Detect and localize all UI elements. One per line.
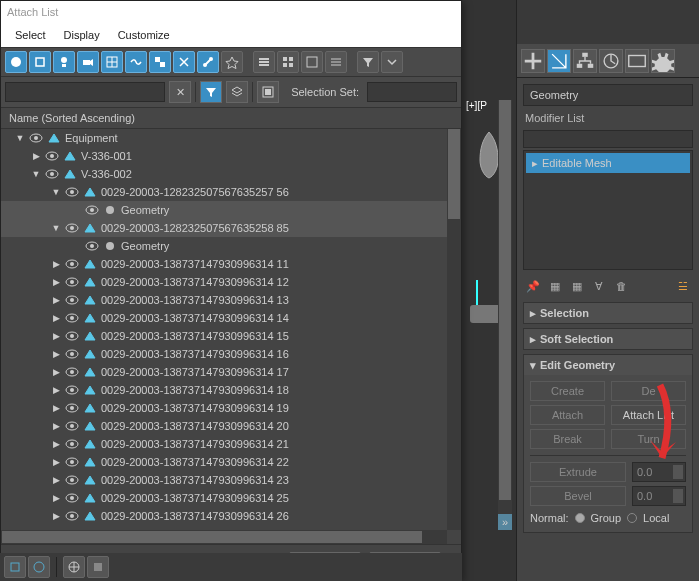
stack-icon-2[interactable]: ▦ (569, 278, 585, 294)
trash-icon[interactable]: 🗑 (613, 278, 629, 294)
scene-tree[interactable]: ▼Equipment▶V-336-001▼V-336-002▼0029-2000… (1, 129, 461, 544)
visibility-icon[interactable] (65, 311, 79, 325)
filter-dropdown-icon[interactable] (381, 51, 403, 73)
modifier-stack-item[interactable]: ▸ Editable Mesh (526, 153, 690, 173)
visibility-icon[interactable] (65, 275, 79, 289)
modifier-list-dropdown[interactable] (523, 130, 693, 148)
selection-set-dropdown[interactable] (367, 82, 457, 102)
dialog-titlebar[interactable]: Attach List (1, 1, 461, 23)
visibility-icon[interactable] (65, 455, 79, 469)
visibility-icon[interactable] (65, 329, 79, 343)
hierarchy-tab[interactable] (573, 49, 597, 73)
filter-xrefs-icon[interactable] (173, 51, 195, 73)
tree-row[interactable]: ▶0029-20003-138737147930996314 26 (1, 507, 447, 525)
configure-icon[interactable]: ☱ (675, 278, 691, 294)
object-type-dropdown[interactable]: Geometry (523, 84, 693, 106)
modifier-stack[interactable]: ▸ Editable Mesh (523, 150, 693, 270)
filter-geometry-icon[interactable] (5, 51, 27, 73)
menu-display[interactable]: Display (64, 29, 100, 41)
break-button[interactable]: Break (530, 429, 605, 449)
extrude-spinner[interactable]: 0.0 (632, 462, 686, 482)
filter-helpers-icon[interactable] (101, 51, 123, 73)
tree-row[interactable]: ▶0029-20003-138737147930996314 22 (1, 453, 447, 471)
local-radio[interactable] (627, 513, 637, 523)
visibility-icon[interactable] (65, 257, 79, 271)
find-input[interactable] (5, 82, 165, 102)
list-mode-1-icon[interactable] (253, 51, 275, 73)
turn-button[interactable]: Turn (611, 429, 686, 449)
pin-icon[interactable]: 📌 (525, 278, 541, 294)
visibility-icon[interactable] (65, 491, 79, 505)
list-mode-2-icon[interactable] (277, 51, 299, 73)
tree-row[interactable]: ▶V-336-001 (1, 147, 447, 165)
strip-icon-4[interactable] (87, 556, 109, 578)
tree-row[interactable]: ▶0029-20003-138737147930996314 18 (1, 381, 447, 399)
menu-select[interactable]: Select (15, 29, 46, 41)
group-radio[interactable] (575, 513, 585, 523)
horizontal-scrollbar[interactable] (1, 530, 447, 544)
visibility-icon[interactable] (65, 401, 79, 415)
visibility-icon[interactable] (65, 473, 79, 487)
tree-row[interactable]: ▶0029-20003-138737147930996314 25 (1, 489, 447, 507)
tree-row[interactable]: ▶0029-20003-138737147930996314 23 (1, 471, 447, 489)
clear-find-button[interactable]: ✕ (169, 81, 191, 103)
tree-row[interactable]: ▶0029-20003-138737147930996314 21 (1, 435, 447, 453)
viewport-scrollbar[interactable]: » (498, 100, 512, 530)
attach-list-button[interactable]: Attach List (611, 405, 686, 425)
filter-spacewarps-icon[interactable] (125, 51, 147, 73)
select-set-button[interactable] (257, 81, 279, 103)
selection-rollout[interactable]: ▸Selection (523, 302, 693, 324)
utilities-tab[interactable] (651, 49, 675, 73)
filter-shapes-icon[interactable] (29, 51, 51, 73)
tree-row[interactable]: ▼0029-20003-128232507567635257 56 (1, 183, 447, 201)
visibility-icon[interactable] (45, 149, 59, 163)
filter-funnel-icon[interactable] (357, 51, 379, 73)
tree-row[interactable]: ▼0029-20003-128232507567635258 85 (1, 219, 447, 237)
visibility-icon[interactable] (65, 347, 79, 361)
column-header[interactable]: Name (Sorted Ascending) (1, 107, 461, 129)
visibility-icon[interactable] (65, 437, 79, 451)
tree-row[interactable]: ▼Equipment (1, 129, 447, 147)
strip-world-icon[interactable] (63, 556, 85, 578)
filter-groups-icon[interactable] (149, 51, 171, 73)
tree-row[interactable]: ▶0029-20003-138737147930996314 14 (1, 309, 447, 327)
visibility-icon[interactable] (65, 419, 79, 433)
tree-row[interactable]: ▶0029-20003-138737147930996314 13 (1, 291, 447, 309)
visibility-icon[interactable] (29, 131, 43, 145)
bevel-spinner[interactable]: 0.0 (632, 486, 686, 506)
tree-row[interactable]: ▶0029-20003-138737147930996314 17 (1, 363, 447, 381)
tree-row[interactable]: ▶0029-20003-138737147930996314 11 (1, 255, 447, 273)
extrude-button[interactable]: Extrude (530, 462, 626, 482)
menu-customize[interactable]: Customize (118, 29, 170, 41)
tree-row[interactable]: ▶0029-20003-138737147930996314 12 (1, 273, 447, 291)
tree-row[interactable]: ▼V-336-002 (1, 165, 447, 183)
display-tab[interactable] (625, 49, 649, 73)
tree-row[interactable]: Geometry (1, 201, 447, 219)
tree-row[interactable]: Geometry (1, 237, 447, 255)
soft-selection-rollout[interactable]: ▸Soft Selection (523, 328, 693, 350)
filter-funnel-button[interactable] (200, 81, 222, 103)
strip-play-icon[interactable] (28, 556, 50, 578)
create-button[interactable]: Create (530, 381, 605, 401)
delete-button[interactable]: De (611, 381, 686, 401)
visibility-icon[interactable] (85, 239, 99, 253)
strip-box-icon[interactable] (4, 556, 26, 578)
list-mode-3-icon[interactable] (301, 51, 323, 73)
vertical-scrollbar[interactable] (447, 129, 461, 530)
visibility-icon[interactable] (65, 365, 79, 379)
create-tab[interactable] (521, 49, 545, 73)
visibility-icon[interactable] (85, 203, 99, 217)
filter-all-icon[interactable] (221, 51, 243, 73)
bevel-button[interactable]: Bevel (530, 486, 626, 506)
tree-row[interactable]: ▶0029-20003-138737147930996314 15 (1, 327, 447, 345)
layer-button[interactable] (226, 81, 248, 103)
stack-icon-1[interactable]: ▦ (547, 278, 563, 294)
modify-tab[interactable] (547, 49, 571, 73)
filter-bone-icon[interactable] (197, 51, 219, 73)
motion-tab[interactable] (599, 49, 623, 73)
visibility-icon[interactable] (65, 509, 79, 523)
visibility-icon[interactable] (65, 221, 79, 235)
visibility-icon[interactable] (65, 293, 79, 307)
visibility-icon[interactable] (45, 167, 59, 181)
tree-row[interactable]: ▶0029-20003-138737147930996314 19 (1, 399, 447, 417)
